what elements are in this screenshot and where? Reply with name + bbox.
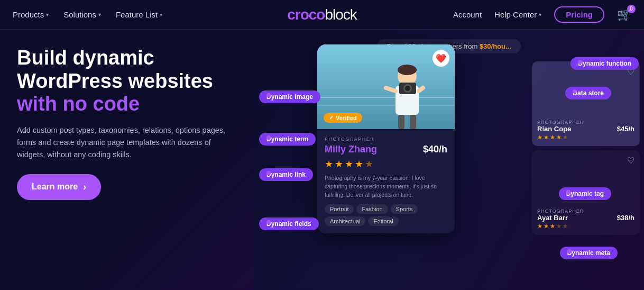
svg-line-9: [419, 88, 423, 91]
check-icon: ✓: [329, 114, 334, 121]
cart-icon[interactable]: 🛒 0: [617, 8, 631, 22]
card-body: PHOTOGRAPHER Milly Zhang $40/h ★ ★ ★ ★ ★…: [317, 129, 455, 233]
bg-card-1-name: Rian Cope: [537, 125, 571, 133]
svg-rect-11: [398, 115, 404, 129]
verified-label: Verified: [336, 115, 357, 121]
tag-portrait: Portrait: [325, 204, 354, 214]
svg-rect-12: [410, 115, 416, 129]
nav-right: Account Help Center ▾ Pricing 🛒 0: [453, 6, 631, 23]
tag-editoral: Editoral: [368, 216, 398, 226]
visual-area: Found 38 photographers from $30/hou... D…: [254, 30, 644, 290]
svg-line-8: [386, 88, 395, 91]
cart-badge: 0: [627, 5, 636, 13]
search-from: from: [464, 42, 477, 50]
star-1: ★: [325, 158, 333, 170]
svg-point-7: [405, 86, 410, 91]
card-person-name: Milly Zhang: [325, 144, 377, 155]
card-photo: ❤️ ✓ Verified: [317, 44, 455, 129]
main-content: Build dynamic WordPress websites with no…: [0, 30, 644, 290]
bg-card-1: ♡ PHOTOGRAPHER Rian Cope $45/h ★★★★★: [532, 61, 640, 146]
star-3: ★: [345, 158, 353, 170]
tag-fashion: Fashion: [356, 204, 388, 214]
chevron-down-icon: ▾: [46, 12, 49, 17]
svg-point-10: [398, 65, 417, 75]
learn-more-label: Learn more: [32, 182, 78, 192]
data-store-bubble: Data store: [565, 87, 611, 99]
nav-help-center[interactable]: Help Center ▾: [494, 10, 541, 19]
bg-card-2-price: $38/h: [617, 214, 634, 222]
nav-feature-list[interactable]: Feature List ▾: [116, 10, 162, 19]
headline-line1: Build dynamic: [17, 47, 154, 69]
dynamic-image-bubble: Dynamic image: [259, 90, 320, 103]
nav-solutions-label: Solutions: [63, 10, 96, 19]
learn-more-button[interactable]: Learn more ›: [17, 174, 101, 200]
bg-card-2-stars: ★★★★★: [537, 223, 634, 230]
card-stars: ★ ★ ★ ★ ★: [325, 158, 447, 170]
navbar: Products ▾ Solutions ▾ Feature List ▾ cr…: [0, 0, 644, 30]
dynamic-fields-bubble: Dynamic fields: [259, 217, 319, 230]
search-price: $30/hou...: [480, 42, 511, 50]
dynamic-term-bubble: Dynamic term: [259, 133, 316, 146]
card-type: PHOTOGRAPHER: [325, 137, 447, 142]
dynamic-function-bubble: Dynamic function: [571, 57, 639, 70]
card-info-row: Milly Zhang $40/h: [325, 144, 447, 155]
star-2: ★: [335, 158, 343, 170]
star-4: ★: [355, 158, 363, 170]
heart-badge: ❤️: [433, 50, 449, 67]
dynamic-link-bubble: Dynamic link: [259, 168, 313, 181]
arrow-icon: ›: [83, 182, 86, 193]
tag-sports: Sports: [391, 204, 418, 214]
card-price: $40/h: [423, 144, 447, 155]
headline-accent: with no code: [17, 93, 237, 116]
nav-help-center-label: Help Center: [494, 10, 537, 19]
hero-section: Build dynamic WordPress websites with no…: [0, 30, 254, 290]
nav-feature-list-label: Feature List: [116, 10, 158, 19]
bg-card-1-price: $45/h: [617, 125, 634, 133]
nav-account[interactable]: Account: [453, 10, 482, 19]
chevron-down-icon: ▾: [160, 12, 162, 17]
verified-badge: ✓ Verified: [324, 113, 362, 123]
card-bio: Photography is my 7-year passion. I love…: [325, 174, 447, 199]
tag-architectual: Architectual: [325, 216, 365, 226]
profile-card: ❤️ ✓ Verified PHOTOGRAPHER Milly Zhang $…: [317, 44, 455, 233]
heart-icon-2: ♡: [627, 156, 634, 166]
card-tags: Portrait Fashion Sports Architectual Edi…: [325, 204, 447, 226]
chevron-down-icon: ▾: [539, 12, 541, 17]
nav-account-label: Account: [453, 10, 482, 19]
bg-card-2-name: Ayat Barr: [537, 214, 568, 222]
nav-products[interactable]: Products ▾: [13, 10, 49, 19]
nav-left: Products ▾ Solutions ▾ Feature List ▾: [13, 10, 162, 19]
pricing-button[interactable]: Pricing: [554, 6, 604, 23]
hero-body: Add custom post types, taxonomies, relat…: [17, 124, 237, 161]
nav-products-label: Products: [13, 10, 44, 19]
logo[interactable]: crocoblock: [287, 6, 357, 23]
dynamic-tag-bubble: Dynamic tag: [559, 187, 611, 200]
chevron-down-icon: ▾: [98, 12, 101, 17]
logo-croco: croco: [287, 6, 325, 23]
hero-headline: Build dynamic WordPress websites with no…: [17, 47, 237, 116]
star-5: ★: [365, 158, 373, 170]
nav-solutions[interactable]: Solutions ▾: [63, 10, 101, 19]
headline-line2: WordPress websites: [17, 70, 213, 92]
bg-card-1-stars: ★★★★★: [537, 134, 634, 141]
logo-block: block: [325, 6, 356, 23]
dynamic-meta-bubble: Dynamic meta: [560, 247, 618, 259]
